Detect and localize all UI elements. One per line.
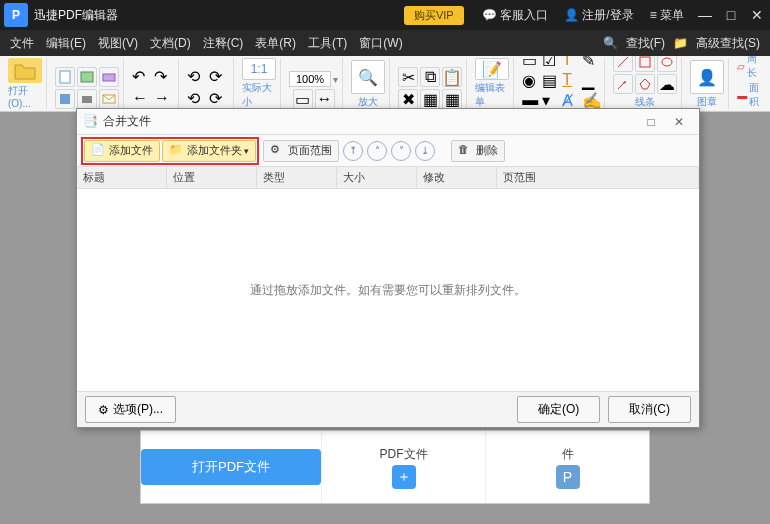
menu-view[interactable]: 视图(V) xyxy=(92,35,144,52)
customer-service-button[interactable]: 💬 客服入口 xyxy=(474,7,556,24)
forward-icon[interactable]: → xyxy=(154,89,174,109)
redo-icon[interactable]: ↷ xyxy=(154,67,174,87)
col-location[interactable]: 位置 xyxy=(167,167,257,188)
strike-icon[interactable]: Ⱥ xyxy=(562,91,580,109)
highlighter-icon[interactable]: ▁ xyxy=(582,71,600,89)
move-bottom-button[interactable]: ⤓ xyxy=(415,141,435,161)
menu-window[interactable]: 窗口(W) xyxy=(353,35,408,52)
menu-tools[interactable]: 工具(T) xyxy=(302,35,353,52)
rotate-ccw2-icon[interactable]: ⟲ xyxy=(187,89,207,109)
button-icon[interactable]: ▬ xyxy=(522,91,540,109)
rect-icon[interactable] xyxy=(635,56,655,72)
ribbon-group-clipboard: ✂ ⧉ 📋 ✖ ▦ ▦ xyxy=(394,58,467,109)
menu-comment[interactable]: 注释(C) xyxy=(197,35,250,52)
fit-page-icon[interactable]: ▭ xyxy=(293,89,313,109)
adv-find-button[interactable]: 高级查找(S) xyxy=(690,35,766,52)
close-button[interactable]: ✕ xyxy=(744,7,770,23)
maximize-button[interactable]: □ xyxy=(718,7,744,23)
checkbox-icon[interactable]: ☑ xyxy=(542,56,560,69)
new-blank-icon[interactable] xyxy=(55,67,75,87)
col-pagerange[interactable]: 页范围 xyxy=(497,167,699,188)
buy-vip-button[interactable]: 购买VIP xyxy=(404,6,464,25)
add-folder-button[interactable]: 📁 添加文件夹 ▾ xyxy=(162,140,256,162)
pdf-file-card[interactable]: PDF文件 ＋ xyxy=(322,431,486,503)
app-logo: P xyxy=(4,3,28,27)
dialog-close-button[interactable]: ✕ xyxy=(665,115,693,129)
clip2-icon[interactable]: ▦ xyxy=(442,89,462,109)
print-icon[interactable] xyxy=(77,89,97,109)
cloud-icon[interactable]: ☁ xyxy=(657,74,677,94)
copy-icon[interactable]: ⧉ xyxy=(420,67,440,87)
page-range-button[interactable]: ⚙ 页面范围 xyxy=(263,140,339,162)
zoom-value[interactable]: 100% xyxy=(289,71,331,87)
col-size[interactable]: 大小 xyxy=(337,167,417,188)
scanner-icon[interactable] xyxy=(99,67,119,87)
move-up-button[interactable]: ˄ xyxy=(367,141,387,161)
delete-row-icon: 🗑 xyxy=(458,143,474,159)
options-button[interactable]: ⚙ 选项(P)... xyxy=(85,396,176,423)
area-button[interactable]: ▬面积 xyxy=(737,81,762,109)
svg-rect-4 xyxy=(82,96,92,103)
line-icon[interactable] xyxy=(613,56,633,72)
move-top-button[interactable]: ⤒ xyxy=(343,141,363,161)
col-modified[interactable]: 修改 xyxy=(417,167,497,188)
perimeter-button[interactable]: ▱周长 xyxy=(737,56,762,80)
paste-icon[interactable]: 📋 xyxy=(442,67,462,87)
combo-icon[interactable]: ▾ xyxy=(542,91,560,109)
note-icon[interactable]: ✍ xyxy=(582,91,600,109)
menu-form[interactable]: 表单(R) xyxy=(249,35,302,52)
stamp-button[interactable]: 👤 xyxy=(690,60,724,94)
undo-icon[interactable]: ↶ xyxy=(132,67,152,87)
rotate-cw2-icon[interactable]: ⟳ xyxy=(209,89,229,109)
menu-file[interactable]: 文件 xyxy=(4,35,40,52)
text-icon[interactable]: T xyxy=(562,56,580,69)
ribbon-group-zoom: 100% ▾ ▭ ↔ xyxy=(285,58,343,109)
polygon-icon[interactable] xyxy=(635,74,655,94)
login-button[interactable]: 👤 注册/登录 xyxy=(556,7,642,24)
menu-edit[interactable]: 编辑(E) xyxy=(40,35,92,52)
rotate-cw-icon[interactable]: ⟳ xyxy=(209,67,229,87)
pencil-icon[interactable]: ✎ xyxy=(582,56,600,69)
delete-button[interactable]: 🗑 删除 xyxy=(451,140,505,162)
find-button[interactable]: 查找(F) xyxy=(620,35,671,52)
dialog-title: 合并文件 xyxy=(103,113,151,130)
find-icon: 🔍 xyxy=(603,36,618,50)
delete-icon[interactable]: ✖ xyxy=(398,89,418,109)
rotate-ccw-icon[interactable]: ⟲ xyxy=(187,67,207,87)
oval-icon[interactable] xyxy=(657,56,677,72)
from-image-icon[interactable] xyxy=(77,67,97,87)
add-file-button[interactable]: 📄 添加文件 xyxy=(84,140,160,162)
save-icon[interactable] xyxy=(55,89,75,109)
zoomin-button[interactable]: 🔍 xyxy=(351,60,385,94)
real-size-button[interactable]: 1:1 xyxy=(242,58,276,80)
underline-icon[interactable]: T xyxy=(562,71,580,89)
fit-width-icon[interactable]: ↔ xyxy=(315,89,335,109)
editform-button[interactable]: 📝 xyxy=(475,58,509,80)
ok-button[interactable]: 确定(O) xyxy=(517,396,600,423)
dialog-footer: ⚙ 选项(P)... 确定(O) 取消(C) xyxy=(77,391,699,427)
menu-document[interactable]: 文档(D) xyxy=(144,35,197,52)
textbox-icon[interactable]: ▭ xyxy=(522,56,540,69)
col-title[interactable]: 标题 xyxy=(77,167,167,188)
file-card[interactable]: 件 P xyxy=(486,431,649,503)
add-folder-icon: 📁 xyxy=(169,143,185,159)
back-icon[interactable]: ← xyxy=(132,89,152,109)
list-icon[interactable]: ▤ xyxy=(542,71,560,89)
email-icon[interactable] xyxy=(99,89,119,109)
open-pdf-card[interactable]: 打开PDF文件 xyxy=(141,431,322,503)
file-list-body[interactable]: 通过拖放添加文件。如有需要您可以重新排列文件。 xyxy=(77,189,699,391)
dialog-maximize-button[interactable]: □ xyxy=(637,115,665,129)
col-type[interactable]: 类型 xyxy=(257,167,337,188)
arrow-icon[interactable] xyxy=(613,74,633,94)
cancel-button[interactable]: 取消(C) xyxy=(608,396,691,423)
move-down-button[interactable]: ˅ xyxy=(391,141,411,161)
add-file-icon: 📄 xyxy=(91,143,107,159)
hamburger-menu-button[interactable]: ≡ 菜单 xyxy=(642,7,692,24)
ribbon-group-editform: 📝 编辑表单 xyxy=(471,58,514,109)
pdf-file-label: PDF文件 xyxy=(380,446,428,463)
clip1-icon[interactable]: ▦ xyxy=(420,89,440,109)
open-file-button[interactable] xyxy=(8,58,42,83)
radio-icon[interactable]: ◉ xyxy=(522,71,540,89)
cut-icon[interactable]: ✂ xyxy=(398,67,418,87)
minimize-button[interactable]: — xyxy=(692,7,718,23)
